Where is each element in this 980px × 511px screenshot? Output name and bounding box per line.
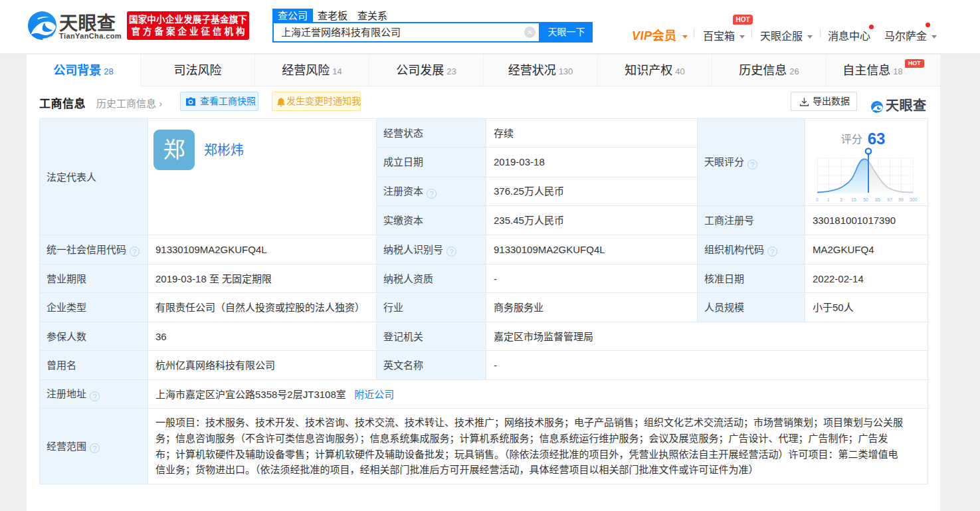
svg-text:97: 97 [887,197,892,202]
svg-text:85: 85 [875,197,880,202]
svg-text:100: 100 [910,197,918,202]
svg-text:3: 3 [840,197,842,202]
svg-text:50: 50 [863,197,868,202]
svg-text:1: 1 [827,197,830,202]
svg-text:0: 0 [816,197,819,202]
svg-text:99: 99 [898,197,904,202]
svg-text:15: 15 [851,197,856,202]
